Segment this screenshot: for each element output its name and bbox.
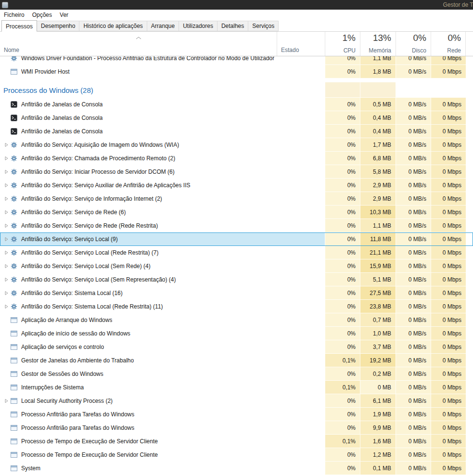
expand-arrow-icon[interactable] (3, 237, 10, 242)
column-estado[interactable]: Estado (277, 32, 325, 56)
process-name: Anfitrião do Serviço: Serviço de Rede (6… (21, 209, 126, 216)
process-row[interactable]: Anfitrião do Serviço: Serviço Local (Sem… (0, 259, 473, 273)
tab-detalhes[interactable]: Detalhes (217, 21, 248, 31)
expand-arrow-icon[interactable] (3, 250, 10, 255)
process-row[interactable]: Interrupções de Sistema0,1%0 MB0 MB/s0 M… (0, 381, 473, 394)
process-row[interactable]: Anfitrião do Serviço: Iniciar Processo d… (0, 165, 473, 179)
process-name: Local Security Authority Process (2) (21, 398, 113, 404)
menu-bar: Ficheiro Opções Ver (0, 10, 473, 20)
expand-arrow-icon[interactable] (3, 264, 10, 269)
expand-arrow-icon[interactable] (3, 210, 10, 215)
task-manager-app-icon (2, 2, 8, 8)
memory-cell: 1,2 MB (360, 448, 396, 462)
process-name: Anfitrião do Serviço: Serviço Local (Red… (21, 249, 158, 256)
process-row[interactable]: System0%0,1 MB0 MB/s0 Mbps (0, 462, 473, 475)
expand-arrow-icon[interactable] (3, 196, 10, 201)
expand-arrow-icon[interactable] (3, 399, 10, 403)
network-cell: 0 Mbps (431, 273, 466, 286)
process-row[interactable]: Processo Anfitrião para Tarefas do Windo… (0, 408, 473, 421)
name-cell: Processo Anfitrião para Tarefas do Windo… (0, 408, 277, 421)
expand-arrow-icon[interactable] (3, 291, 10, 296)
expand-arrow-icon[interactable] (3, 169, 10, 174)
process-row[interactable]: Anfitrião do Serviço: Sistema Local (16)… (0, 286, 473, 300)
menu-ver[interactable]: Ver (56, 10, 72, 20)
gear-icon (11, 168, 18, 175)
cpu-cell: 0% (325, 408, 360, 421)
process-row[interactable]: Gestor de Sessões do Windows0%0,2 MB0 MB… (0, 367, 473, 381)
status-cell (277, 273, 325, 286)
disk-cell: 0 MB/s (396, 462, 431, 475)
process-row[interactable]: Processo Anfitrião para Tarefas do Windo… (0, 421, 473, 435)
process-row[interactable]: Anfitrião do Serviço: Serviço Local (Sem… (0, 273, 473, 286)
process-row[interactable]: Aplicação de Arranque do Windows0%0,7 MB… (0, 313, 473, 327)
process-row[interactable]: Aplicação de serviços e controlo0%3,7 MB… (0, 340, 473, 354)
tab-utilizadores[interactable]: Utilizadores (179, 21, 217, 31)
disk-cell: 0 MB/s (396, 111, 431, 125)
column-rede[interactable]: 0% Rede (431, 32, 466, 56)
process-row[interactable]: WMI Provider Host0%1,8 MB0 MB/s0 Mbps (0, 65, 473, 78)
menu-ficheiro[interactable]: Ficheiro (0, 10, 28, 20)
menu-opcoes[interactable]: Opções (28, 10, 56, 20)
process-row[interactable]: Anfitrião do Serviço: Serviço Local (Red… (0, 246, 473, 259)
tab-arranque[interactable]: Arranque (147, 21, 179, 31)
expand-arrow-icon[interactable] (3, 304, 10, 309)
process-row[interactable]: Anfitrião do Serviço: Serviço Local (9)0… (0, 232, 473, 246)
disk-cell: 0 MB/s (396, 56, 431, 65)
column-memoria[interactable]: 13% Memória (360, 32, 396, 56)
process-name: Anfitrião do Serviço: Chamada de Procedi… (21, 155, 175, 162)
network-cell (431, 82, 466, 98)
window-icon (11, 425, 18, 431)
status-cell (277, 65, 325, 78)
status-cell (277, 219, 325, 232)
gear-icon (11, 236, 18, 243)
name-cell: Gestor de Sessões do Windows (0, 367, 277, 381)
network-cell: 0 Mbps (431, 56, 466, 65)
process-row[interactable]: Processo de Tempo de Execução de Servido… (0, 435, 473, 448)
tab-historico-de-aplicacoes[interactable]: Histórico de aplicações (79, 21, 147, 31)
process-row[interactable]: Anfitrião de Janelas de Consola0%0,4 MB0… (0, 125, 473, 138)
process-row[interactable]: Anfitrião do Serviço: Serviço de Rede (6… (0, 206, 473, 219)
expand-arrow-icon[interactable] (3, 223, 10, 228)
column-disco[interactable]: 0% Disco (396, 32, 431, 56)
process-row[interactable]: Local Security Authority Process (2)0%6,… (0, 394, 473, 408)
status-cell (277, 462, 325, 475)
disk-cell: 0 MB/s (396, 354, 431, 367)
process-name: Anfitrião de Janelas de Consola (21, 115, 102, 121)
process-row[interactable]: Anfitrião de Janelas de Consola0%0,4 MB0… (0, 111, 473, 125)
process-row[interactable]: Anfitrião do Serviço: Aquisição de Image… (0, 138, 473, 152)
column-cpu[interactable]: 1% CPU (325, 32, 360, 56)
expand-arrow-icon[interactable] (3, 183, 10, 188)
status-cell (277, 206, 325, 219)
disk-cell: 0 MB/s (396, 273, 431, 286)
gear-icon (11, 182, 18, 189)
network-cell: 0 Mbps (431, 138, 466, 152)
status-cell (277, 165, 325, 179)
title-bar: Gestor de Ta (0, 0, 473, 10)
process-row[interactable]: Anfitrião de Janelas de Consola0%0,5 MB0… (0, 98, 473, 111)
tab-servicos[interactable]: Serviços (248, 21, 279, 31)
cpu-cell: 0% (325, 165, 360, 179)
process-row[interactable]: Aplicação de início de sessão do Windows… (0, 327, 473, 340)
memory-cell: 21,1 MB (360, 246, 396, 259)
expand-arrow-icon[interactable] (3, 277, 10, 282)
process-name: Anfitrião do Serviço: Serviço Local (9) (21, 236, 118, 243)
process-row[interactable]: Anfitrião do Serviço: Chamada de Procedi… (0, 152, 473, 165)
process-name: Aplicação de Arranque do Windows (21, 317, 112, 323)
process-row[interactable]: Gestor de Janelas do Ambiente do Trabalh… (0, 354, 473, 367)
status-cell (277, 367, 325, 381)
expand-arrow-icon[interactable] (3, 142, 10, 147)
process-row[interactable]: Anfitrião do Serviço: Sistema Local (Red… (0, 300, 473, 313)
gear-icon (11, 142, 18, 148)
process-row[interactable]: Windows Driver Foundation - Processo Anf… (0, 56, 473, 65)
process-row[interactable]: Processo de Tempo de Execução de Servido… (0, 448, 473, 462)
process-row[interactable]: Anfitrião do Serviço: Serviço de Rede (R… (0, 219, 473, 232)
tab-processos[interactable]: Processos (1, 20, 37, 32)
column-nome[interactable]: Nome (0, 32, 277, 56)
tab-desempenho[interactable]: Desempenho (37, 21, 79, 31)
process-row[interactable]: Anfitrião do Serviço: Serviço Auxiliar d… (0, 179, 473, 192)
expand-arrow-icon[interactable] (3, 156, 10, 161)
network-cell: 0 Mbps (431, 111, 466, 125)
process-row[interactable]: Anfitrião do Serviço: Serviço de Informa… (0, 192, 473, 206)
status-cell (277, 448, 325, 462)
group-label: Processos do Windows (28) (0, 82, 325, 98)
